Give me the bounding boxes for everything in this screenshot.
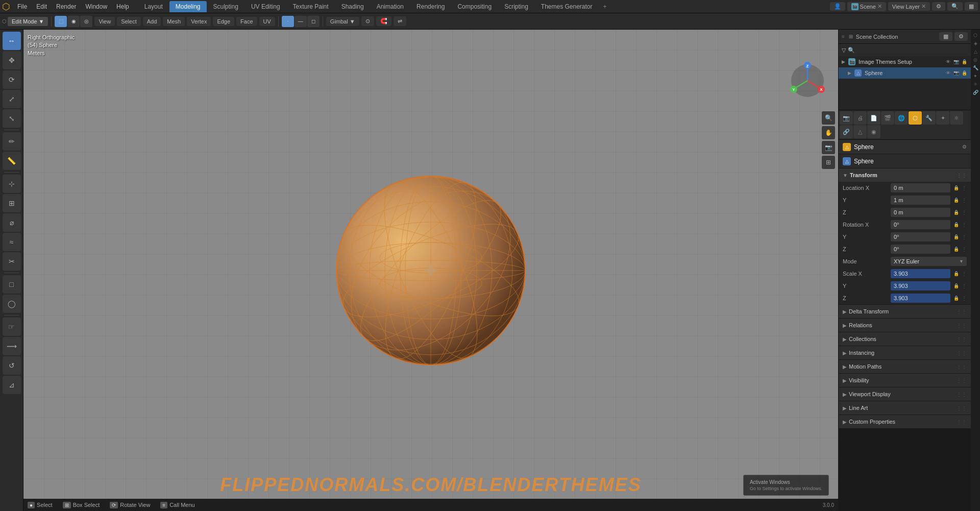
location-y-lock[interactable]: 🔒 bbox=[952, 197, 960, 204]
rotation-x-lock[interactable]: 🔒 bbox=[952, 221, 960, 228]
fr-icon-1[interactable]: ⬡ bbox=[972, 32, 979, 39]
relations-header[interactable]: ▶ Relations ⋮⋮ bbox=[839, 319, 971, 332]
navigation-gizmo[interactable]: Z X Y bbox=[787, 60, 828, 101]
rotation-y-value[interactable]: 0° bbox=[891, 232, 950, 241]
physics-properties-tab[interactable]: ⚛ bbox=[950, 111, 963, 125]
zoom-in-button[interactable]: 🔍 bbox=[822, 111, 835, 125]
outliner-eye-icon-1[interactable]: 👁 bbox=[944, 58, 951, 65]
mesh-button[interactable]: Mesh bbox=[163, 17, 185, 26]
view-layer-selector[interactable]: View Layer ✕ bbox=[888, 2, 930, 11]
tab-themes-generator[interactable]: Themes Generator bbox=[535, 1, 599, 12]
outliner-eye-icon-2[interactable]: 👁 bbox=[944, 69, 951, 77]
search-button[interactable]: 🔍 bbox=[947, 2, 963, 11]
material-properties-tab[interactable]: ◉ bbox=[867, 125, 880, 138]
material-button[interactable]: ◎ bbox=[80, 16, 92, 27]
vertex-select-button[interactable]: · bbox=[282, 16, 294, 27]
motion-paths-header[interactable]: ▶ Motion Paths ⋮⋮ bbox=[839, 360, 971, 373]
fr-icon-5[interactable]: 🔧 bbox=[972, 64, 979, 71]
menu-help[interactable]: Help bbox=[112, 2, 133, 11]
spin-tool-button[interactable]: ↺ bbox=[3, 356, 21, 375]
object-properties-tab[interactable]: ⬡ bbox=[909, 111, 922, 125]
extrude-tool-button[interactable]: ⊹ bbox=[3, 175, 21, 193]
primitive-cube-button[interactable]: □ bbox=[3, 275, 21, 294]
outliner-item-scene[interactable]: ▶ 🎬 Image Themes Setup 👁 📷 🔒 bbox=[839, 56, 971, 67]
vertex-button[interactable]: Vertex bbox=[187, 17, 211, 26]
face-button[interactable]: Face bbox=[236, 17, 257, 26]
fr-icon-2[interactable]: ◈ bbox=[972, 40, 979, 47]
tab-rendering[interactable]: Rendering bbox=[410, 1, 451, 12]
location-y-value[interactable]: 1 m bbox=[891, 196, 950, 205]
render-settings-button[interactable]: ⚙ bbox=[932, 2, 945, 11]
modifier-properties-tab[interactable]: 🔧 bbox=[922, 111, 936, 125]
location-x-lock[interactable]: 🔒 bbox=[952, 184, 960, 191]
slide-tool-button[interactable]: ⟿ bbox=[3, 337, 21, 355]
shear-tool-button[interactable]: ⊿ bbox=[3, 376, 21, 394]
rotation-x-value[interactable]: 0° bbox=[891, 220, 950, 229]
edge-select-button[interactable]: — bbox=[295, 16, 307, 27]
menu-window[interactable]: Window bbox=[81, 2, 111, 11]
3d-viewport[interactable]: Right Orthographic (54) Sphere Meters Z … bbox=[23, 30, 838, 511]
tab-sculpting[interactable]: Sculpting bbox=[207, 1, 244, 12]
outliner-item-sphere[interactable]: ▶ △ Sphere 👁 📷 🔒 bbox=[839, 67, 971, 79]
rp-settings-button[interactable]: ⚙ bbox=[954, 32, 968, 41]
location-z-lock[interactable]: 🔒 bbox=[952, 209, 960, 216]
tab-uv-editing[interactable]: UV Editing bbox=[245, 1, 286, 12]
view-button[interactable]: View bbox=[94, 17, 115, 26]
transform-section-header[interactable]: ▼ Transform ⋮⋮ bbox=[839, 168, 971, 182]
world-properties-tab[interactable]: 🌐 bbox=[895, 111, 908, 125]
tab-animation[interactable]: Animation bbox=[371, 1, 410, 12]
rotation-z-lock[interactable]: 🔒 bbox=[952, 246, 960, 253]
render-properties-tab[interactable]: 📷 bbox=[840, 111, 853, 125]
location-x-value[interactable]: 0 m bbox=[891, 183, 950, 192]
scale-tool-button[interactable]: ⤢ bbox=[3, 90, 21, 108]
data-properties-tab[interactable]: △ bbox=[853, 125, 867, 138]
inset-tool-button[interactable]: ⊞ bbox=[3, 194, 21, 212]
move-tool-button[interactable]: ✥ bbox=[3, 51, 21, 69]
visibility-header[interactable]: ▶ Visibility ⋮⋮ bbox=[839, 374, 971, 387]
menu-file[interactable]: File bbox=[13, 2, 31, 11]
add-button[interactable]: Add bbox=[143, 17, 161, 26]
rotation-mode-value[interactable]: XYZ Euler ▼ bbox=[891, 257, 967, 266]
solid-button[interactable]: ◉ bbox=[67, 16, 80, 27]
grid-button[interactable]: ⊞ bbox=[822, 156, 835, 169]
transform-button[interactable]: Gimbal ▼ bbox=[326, 17, 359, 26]
view-layer-properties-tab[interactable]: 📄 bbox=[867, 111, 880, 125]
measure-tool-button[interactable]: 📏 bbox=[3, 152, 21, 170]
fr-icon-6[interactable]: ✦ bbox=[972, 72, 979, 80]
pan-button[interactable]: ✋ bbox=[822, 126, 835, 139]
camera-button[interactable]: 📷 bbox=[822, 141, 835, 154]
fr-icon-7[interactable]: ⚛ bbox=[972, 81, 979, 88]
knife-tool-button[interactable]: ✂ bbox=[3, 252, 21, 271]
line-art-header[interactable]: ▶ Line Art ⋮⋮ bbox=[839, 401, 971, 415]
transform-tool-button[interactable]: ⤡ bbox=[3, 109, 21, 128]
fr-icon-3[interactable]: △ bbox=[972, 48, 979, 55]
bevel-tool-button[interactable]: ⌀ bbox=[3, 213, 21, 232]
scale-x-lock[interactable]: 🔒 bbox=[952, 270, 960, 277]
cursor-tool-button[interactable]: ↔ bbox=[3, 32, 21, 50]
scale-z-lock[interactable]: 🔒 bbox=[952, 295, 960, 302]
viewport-display-header[interactable]: ▶ Viewport Display ⋮⋮ bbox=[839, 387, 971, 401]
outliner-hide-icon-2[interactable]: 🔒 bbox=[961, 69, 968, 77]
scale-y-lock[interactable]: 🔒 bbox=[952, 282, 960, 289]
particles-properties-tab[interactable]: ✦ bbox=[936, 111, 949, 125]
scale-y-value[interactable]: 3.903 bbox=[891, 281, 950, 290]
scale-z-value[interactable]: 3.903 bbox=[891, 294, 950, 303]
tab-shading[interactable]: Shading bbox=[335, 1, 370, 12]
instancing-header[interactable]: ▶ Instancing ⋮⋮ bbox=[839, 346, 971, 359]
uv-button[interactable]: UV bbox=[259, 17, 275, 26]
rp-filter-button[interactable]: ▦ bbox=[939, 32, 952, 41]
fr-icon-8[interactable]: 🔗 bbox=[972, 89, 979, 96]
outliner-camera-icon-2[interactable]: 📷 bbox=[952, 69, 960, 77]
location-z-value[interactable]: 0 m bbox=[891, 208, 950, 217]
add-workspace-button[interactable]: + bbox=[599, 1, 611, 12]
user-account-button[interactable]: 👤 bbox=[830, 2, 845, 11]
mirror-button[interactable]: ⇌ bbox=[394, 16, 406, 26]
rotation-z-value[interactable]: 0° bbox=[891, 245, 950, 254]
tab-scripting[interactable]: Scripting bbox=[498, 1, 534, 12]
face-select-button[interactable]: ◻ bbox=[307, 16, 320, 27]
fr-icon-4[interactable]: ◎ bbox=[972, 56, 979, 63]
menu-render[interactable]: Render bbox=[52, 2, 80, 11]
tab-modeling[interactable]: Modeling bbox=[169, 1, 207, 12]
proportional-edit-button[interactable]: ⊙ bbox=[361, 16, 374, 26]
constraints-properties-tab[interactable]: 🔗 bbox=[840, 125, 853, 138]
